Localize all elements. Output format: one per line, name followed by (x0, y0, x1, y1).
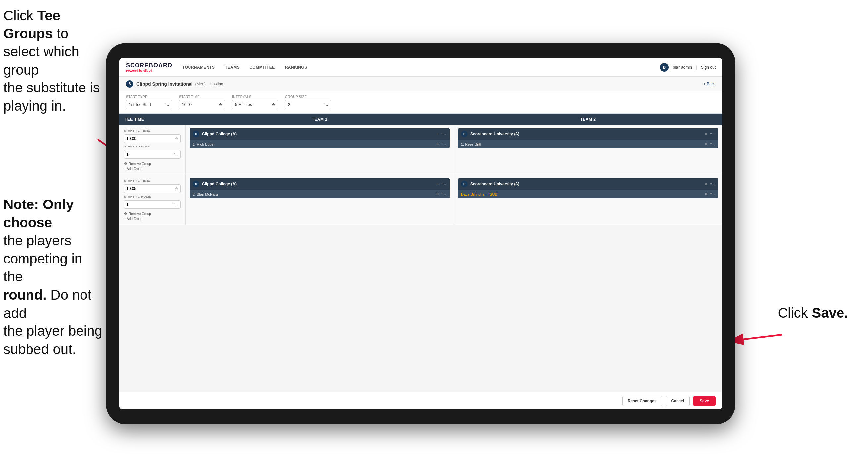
team2-controls-2: ✕ ⌃⌄ (705, 182, 715, 186)
player2-arrows[interactable]: ⌃⌄ (710, 142, 715, 146)
team1-badge-2: C (193, 181, 199, 187)
player3-controls: ✕ ⌃⌄ (436, 192, 446, 196)
team2-name-2: Scoreboard University (A) (470, 182, 702, 186)
starting-time-label-1: STARTING TIME: (124, 129, 181, 132)
tee-time-header: Tee Time (119, 114, 186, 125)
content-area: Start Type 1st Tee Start ⌃⌄ Start Time 1… (119, 91, 722, 409)
hole-spinner-2: ⌃⌄ (173, 203, 178, 206)
nav-user: B blair admin | Sign out (660, 63, 716, 71)
starting-time-label-2: STARTING TIME: (124, 179, 181, 182)
player1-remove[interactable]: ✕ (436, 142, 439, 146)
group-1-team1-header[interactable]: C Clippd College (A) ✕ ⌃⌄ (189, 128, 450, 140)
click-save-annotation: Click Save. (778, 305, 848, 321)
group-2-player1[interactable]: 2. Blair McHarg ✕ ⌃⌄ (189, 189, 450, 198)
nav-tournaments[interactable]: TOURNAMENTS (182, 64, 215, 71)
nav-logo: SCOREBOARD Powered by clippd (126, 62, 172, 72)
player2-remove[interactable]: ✕ (705, 142, 708, 146)
group-size-spinner: ⌃⌄ (323, 103, 328, 107)
powered-by: Powered by clippd (126, 69, 172, 72)
team2-name-1: Scoreboard University (A) (470, 132, 702, 136)
intervals-icon: ⏱ (272, 103, 275, 107)
start-type-input[interactable]: 1st Tee Start ⌃⌄ (126, 100, 172, 109)
nav-teams[interactable]: TEAMS (225, 64, 240, 71)
group-size-input[interactable]: 2 ⌃⌄ (285, 100, 331, 109)
sign-out-link[interactable]: Sign out (701, 65, 716, 69)
time-icon-1: ⏱ (175, 137, 178, 141)
event-badge: B (126, 80, 133, 88)
team1-arrows-2[interactable]: ⌃⌄ (441, 182, 446, 186)
team1-arrows-1[interactable]: ⌃⌄ (441, 132, 446, 136)
group-2-team1-header[interactable]: C Clippd College (A) ✕ ⌃⌄ (189, 178, 450, 189)
start-time-field: Start Time 10:00 ⏱ (179, 95, 225, 109)
group-1-player2[interactable]: 1. Rees Britt ✕ ⌃⌄ (458, 140, 718, 148)
group-2-team2-panel: S Scoreboard University (A) ✕ ⌃⌄ Dave Bi… (454, 175, 722, 225)
main-annotation: Click Tee Groups to select which group t… (3, 7, 103, 115)
player4-name: Dave Billingham (SUB) (461, 192, 705, 196)
starting-hole-label-1: STARTING HOLE: (124, 145, 181, 148)
back-button[interactable]: < Back (703, 82, 716, 86)
player1-controls: ✕ ⌃⌄ (436, 142, 446, 146)
start-type-spinner: ⌃⌄ (164, 103, 169, 107)
group-2-team2-header[interactable]: S Scoreboard University (A) ✕ ⌃⌄ (458, 178, 718, 189)
team1-remove-1[interactable]: ✕ (436, 132, 439, 136)
table-header: Tee Time Team 1 Team 2 (119, 114, 722, 125)
sub-header: B Clippd Spring Invitational (Men) Hosti… (119, 77, 722, 91)
logo-text: SCOREBOARD (126, 62, 172, 69)
groups-area: STARTING TIME: 10:00 ⏱ STARTING HOLE: 1 … (119, 125, 722, 392)
team2-badge-2: S (461, 181, 468, 187)
starting-hole-input-2[interactable]: 1 ⌃⌄ (124, 200, 181, 209)
cancel-button[interactable]: Cancel (665, 396, 690, 406)
player4-arrows[interactable]: ⌃⌄ (710, 192, 715, 196)
trash-icon-2: 🗑 (124, 212, 127, 216)
starting-hole-label-2: STARTING HOLE: (124, 195, 181, 198)
nav-committee[interactable]: COMMITTEE (249, 64, 275, 71)
team1-name-1: Clippd College (A) (202, 132, 433, 136)
starting-time-input-2[interactable]: 10:05 ⏱ (124, 184, 181, 193)
player4-remove[interactable]: ✕ (705, 192, 708, 196)
event-title: Clippd Spring Invitational (136, 81, 193, 87)
start-type-field: Start Type 1st Tee Start ⌃⌄ (126, 95, 172, 109)
group-1-player1[interactable]: 1. Rich Butler ✕ ⌃⌄ (189, 140, 450, 148)
player3-arrows[interactable]: ⌃⌄ (441, 192, 446, 196)
player3-remove[interactable]: ✕ (436, 192, 439, 196)
nav-links: TOURNAMENTS TEAMS COMMITTEE RANKINGS (182, 64, 660, 71)
team2-header: Team 2 (454, 114, 722, 125)
user-avatar: B (660, 63, 669, 71)
add-group-1-button[interactable]: + Add Group (124, 167, 181, 171)
team1-header: Team 1 (186, 114, 454, 125)
trash-icon: 🗑 (124, 162, 127, 166)
starting-time-input-1[interactable]: 10:00 ⏱ (124, 134, 181, 143)
bottom-bar: Reset Changes Cancel Save (119, 392, 722, 409)
group-2-left: STARTING TIME: 10:05 ⏱ STARTING HOLE: 1 … (119, 175, 186, 225)
table-row: STARTING TIME: 10:00 ⏱ STARTING HOLE: 1 … (119, 125, 722, 175)
intervals-input[interactable]: 5 Minutes ⏱ (232, 100, 278, 109)
group-2-team1-card: C Clippd College (A) ✕ ⌃⌄ 2. Blair McHar… (189, 178, 450, 198)
team1-controls-2: ✕ ⌃⌄ (436, 182, 446, 186)
save-button[interactable]: Save (693, 397, 716, 406)
player1-arrows[interactable]: ⌃⌄ (441, 142, 446, 146)
team2-remove-1[interactable]: ✕ (705, 132, 708, 136)
add-group-2-button[interactable]: + Add Group (124, 217, 181, 221)
group-1-team2-header[interactable]: S Scoreboard University (A) ✕ ⌃⌄ (458, 128, 718, 140)
group-2-player2[interactable]: Dave Billingham (SUB) ✕ ⌃⌄ (458, 189, 718, 198)
team2-arrows-2[interactable]: ⌃⌄ (710, 182, 715, 186)
reset-changes-button[interactable]: Reset Changes (622, 396, 662, 406)
team1-name-2: Clippd College (A) (202, 182, 433, 186)
tablet-shell: SCOREBOARD Powered by clippd TOURNAMENTS… (106, 43, 736, 424)
team1-remove-2[interactable]: ✕ (436, 182, 439, 186)
starting-hole-input-1[interactable]: 1 ⌃⌄ (124, 150, 181, 159)
player2-name: 1. Rees Britt (461, 142, 705, 146)
note-annotation: Note: Only choose the players competing … (3, 196, 103, 358)
player3-name: 2. Blair McHarg (193, 192, 436, 196)
player1-name: 1. Rich Butler (193, 142, 436, 146)
nav-rankings[interactable]: RANKINGS (285, 64, 307, 71)
group-1-team1-panel: C Clippd College (A) ✕ ⌃⌄ 1. Rich Butler (186, 125, 454, 175)
remove-group-2-button[interactable]: 🗑 Remove Group (124, 212, 181, 216)
team2-remove-2[interactable]: ✕ (705, 182, 708, 186)
start-time-input[interactable]: 10:00 ⏱ (179, 100, 225, 109)
user-name: blair admin (673, 65, 692, 69)
start-time-icon: ⏱ (219, 103, 222, 107)
team2-arrows-1[interactable]: ⌃⌄ (710, 132, 715, 136)
time-icon-2: ⏱ (175, 187, 178, 191)
remove-group-1-button[interactable]: 🗑 Remove Group (124, 162, 181, 166)
